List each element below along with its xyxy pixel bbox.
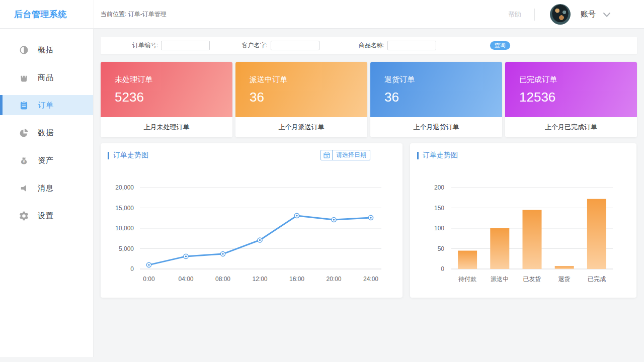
calendar-icon: 24	[321, 150, 333, 160]
stat-card-footer: 上个月退货订单	[370, 117, 502, 137]
svg-text:0:00: 0:00	[143, 276, 155, 283]
filter-group-product-name: 商品名称:	[359, 41, 436, 50]
stat-card-value: 12536	[519, 89, 637, 105]
stat-card-top: 未处理订单 5236	[101, 62, 232, 117]
chart-title-text: 订单走势图	[113, 151, 148, 160]
date-picker-placeholder: 请选择日期	[333, 151, 370, 159]
svg-text:20,000: 20,000	[115, 184, 134, 191]
svg-text:5,000: 5,000	[119, 245, 134, 252]
app-logo: 后台管理系统	[14, 0, 67, 29]
order-trend-line-chart: 05,00010,00015,00020,0000:0004:0008:0012…	[106, 168, 397, 289]
sidebar-item-label: 消息	[38, 184, 54, 193]
user-avatar[interactable]	[550, 4, 571, 25]
stat-card-top: 已完成订单 12536	[505, 62, 637, 117]
stat-card-title: 退货订单	[384, 75, 502, 84]
stat-card-footer: 上月未处理订单	[101, 117, 232, 137]
search-button[interactable]: 查询	[490, 41, 510, 50]
stat-card-value: 5236	[115, 89, 232, 105]
stat-card-returns: 退货订单 36 上个月退货订单	[370, 62, 502, 137]
stat-card-footer: 上个月派送订单	[235, 117, 367, 137]
sidebar-item-label: 资产	[38, 156, 54, 165]
header-actions: 帮助 账号	[508, 0, 611, 29]
help-link[interactable]: 帮助	[508, 10, 521, 19]
sidebar-item-label: 概括	[38, 45, 54, 55]
sidebar-item-label: 数据	[38, 128, 54, 138]
sidebar-item-orders[interactable]: 订单	[0, 95, 93, 115]
svg-text:已发货: 已发货	[523, 276, 541, 283]
svg-text:150: 150	[434, 205, 444, 212]
svg-text:24:00: 24:00	[363, 276, 378, 283]
clipboard-icon	[18, 100, 29, 111]
sidebar-item-settings[interactable]: 设置	[0, 206, 93, 226]
account-label[interactable]: 账号	[581, 10, 596, 19]
date-picker[interactable]: 24 请选择日期	[320, 150, 370, 160]
svg-text:08:00: 08:00	[215, 276, 230, 283]
shopping-bag-icon	[18, 72, 29, 83]
sidebar-item-label: 商品	[38, 73, 54, 82]
header-vertical-divider	[534, 9, 535, 21]
chart-title: 订单走势图	[108, 151, 148, 160]
svg-text:100: 100	[434, 225, 444, 232]
contrast-icon	[18, 44, 29, 55]
gear-icon	[18, 210, 29, 221]
svg-text:0: 0	[441, 265, 444, 273]
sidebar-item-label: 订单	[38, 101, 54, 110]
order-trend-bar-card: 订单走势图 050100150200待付款派送中已发货退货已完成	[410, 143, 636, 298]
stat-card-unprocessed: 未处理订单 5236 上月未处理订单	[101, 62, 232, 137]
stat-card-top: 退货订单 36	[370, 62, 502, 117]
product-name-input[interactable]	[387, 41, 436, 50]
stat-card-footer: 上个月已完成订单	[505, 117, 637, 137]
svg-text:派送中: 派送中	[491, 276, 509, 283]
svg-text:24: 24	[325, 155, 328, 158]
svg-text:待付款: 待付款	[458, 276, 476, 283]
order-status-bar-chart: 050100150200待付款派送中已发货退货已完成	[415, 168, 631, 289]
stat-card-value: 36	[250, 89, 367, 105]
chevron-down-icon[interactable]	[603, 12, 611, 18]
sidebar-item-messages[interactable]: 消息	[0, 178, 93, 198]
svg-text:16:00: 16:00	[289, 276, 304, 283]
filter-group-order-number: 订单编号:	[132, 41, 210, 50]
customer-name-input[interactable]	[271, 41, 319, 50]
header-divider	[94, 0, 94, 29]
svg-text:200: 200	[434, 184, 444, 191]
sidebar: 概括 商品 订单 数据 ¥ 资产 消息 设置	[0, 29, 94, 357]
svg-text:04:00: 04:00	[178, 276, 193, 283]
product-name-label: 商品名称:	[359, 41, 384, 50]
order-trend-line-card: 订单走势图 24 请选择日期 05,00010,00015,00020,0000…	[101, 143, 403, 298]
title-accent-bar	[417, 152, 419, 159]
sidebar-item-assets[interactable]: ¥ 资产	[0, 150, 93, 170]
svg-text:已完成: 已完成	[588, 276, 606, 283]
stat-cards-row: 未处理订单 5236 上月未处理订单 派送中订单 36 上个月派送订单 退货订单…	[101, 62, 637, 137]
chart-title-text: 订单走势图	[423, 151, 458, 160]
stat-card-top: 派送中订单 36	[235, 62, 367, 117]
filter-group-customer-name: 客户名字:	[242, 41, 319, 50]
chart-title: 订单走势图	[417, 151, 458, 160]
svg-text:10,000: 10,000	[115, 225, 134, 232]
pie-chart-icon	[18, 127, 29, 138]
svg-text:50: 50	[438, 245, 445, 252]
title-accent-bar	[108, 152, 109, 159]
customer-name-label: 客户名字:	[242, 41, 267, 50]
breadcrumb: 当前位置: 订单-订单管理	[101, 0, 167, 29]
speaker-icon	[18, 183, 29, 194]
sidebar-item-label: 设置	[38, 211, 54, 221]
top-bar: 后台管理系统 当前位置: 订单-订单管理 帮助 账号	[0, 0, 644, 29]
stat-card-value: 36	[384, 89, 502, 105]
order-number-input[interactable]	[161, 41, 210, 50]
sidebar-item-products[interactable]: 商品	[0, 67, 93, 87]
svg-text:¥: ¥	[23, 160, 25, 163]
order-filter-bar: 订单编号: 客户名字: 商品名称: 查询	[101, 37, 637, 54]
order-number-label: 订单编号:	[132, 41, 158, 50]
svg-text:12:00: 12:00	[252, 276, 267, 283]
sidebar-item-data[interactable]: 数据	[0, 123, 93, 143]
sidebar-item-overview[interactable]: 概括	[0, 40, 93, 60]
stat-card-completed: 已完成订单 12536 上个月已完成订单	[505, 62, 637, 137]
svg-text:0: 0	[130, 265, 134, 273]
svg-text:15,000: 15,000	[115, 205, 134, 212]
stat-card-delivering: 派送中订单 36 上个月派送订单	[235, 62, 367, 137]
stat-card-title: 派送中订单	[250, 75, 367, 84]
svg-text:20:00: 20:00	[326, 276, 341, 283]
money-bag-icon: ¥	[18, 155, 29, 166]
stat-card-title: 已完成订单	[519, 75, 637, 84]
stat-card-title: 未处理订单	[115, 75, 232, 84]
